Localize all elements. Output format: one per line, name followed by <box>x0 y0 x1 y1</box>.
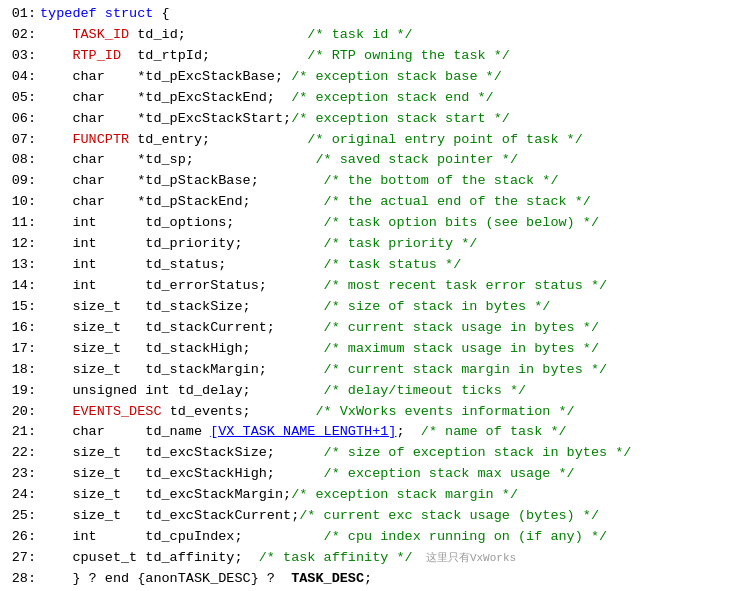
line-number: 28: <box>8 569 36 590</box>
comment: /* task id */ <box>307 27 412 42</box>
code-line: 05: char *td_pExcStackEnd; /* exception … <box>8 88 731 109</box>
line-content: int td_cpuIndex; /* cpu index running on… <box>40 527 607 548</box>
code-line: 07: FUNCPTR td_entry; /* original entry … <box>8 130 731 151</box>
code-line: 11: int td_options; /* task option bits … <box>8 213 731 234</box>
code-line: 19: unsigned int td_delay; /* delay/time… <box>8 381 731 402</box>
keyword: typedef struct <box>40 6 162 21</box>
comment: /* RTP owning the task */ <box>307 48 510 63</box>
comment: /* size of stack in bytes */ <box>324 299 551 314</box>
line-content: size_t td_stackCurrent; /* current stack… <box>40 318 599 339</box>
comment: /* exception stack start */ <box>291 111 510 126</box>
line-number: 26: <box>8 527 36 548</box>
line-content: char td_name [VX_TASK_NAME_LENGTH+1]; /*… <box>40 422 567 443</box>
comment: /* most recent task error status */ <box>324 278 608 293</box>
line-content: size_t td_excStackHigh; /* exception sta… <box>40 464 575 485</box>
code-text: int td_priority; <box>40 236 324 251</box>
comment: /* current stack usage in bytes */ <box>324 320 599 335</box>
comment: /* cpu index running on (if any) */ <box>324 529 608 544</box>
comment: /* original entry point of task */ <box>307 132 582 147</box>
code-line: 25: size_t td_excStackCurrent;/* current… <box>8 506 731 527</box>
code-text: { <box>162 6 170 21</box>
code-text: ; <box>396 424 420 439</box>
line-number: 22: <box>8 443 36 464</box>
line-content: char *td_pStackEnd; /* the actual end of… <box>40 192 591 213</box>
line-number: 13: <box>8 255 36 276</box>
comment: /* the actual end of the stack */ <box>324 194 591 209</box>
code-text: int td_cpuIndex; <box>40 529 324 544</box>
code-line: 09: char *td_pStackBase; /* the bottom o… <box>8 171 731 192</box>
code-text: size_t td_stackHigh; <box>40 341 324 356</box>
code-line: 01:typedef struct { <box>8 4 731 25</box>
watermark-text: 这里只有VxWorks <box>413 552 516 564</box>
line-number: 02: <box>8 25 36 46</box>
line-number: 01: <box>8 4 36 25</box>
line-number: 10: <box>8 192 36 213</box>
code-text: char *td_pExcStackStart; <box>40 111 291 126</box>
line-content: cpuset_t td_affinity; /* task affinity *… <box>40 548 516 569</box>
code-text: size_t td_stackMargin; <box>40 362 324 377</box>
line-content: TASK_ID td_id; /* task id */ <box>40 25 413 46</box>
line-number: 20: <box>8 402 36 423</box>
code-line: 08: char *td_sp; /* saved stack pointer … <box>8 150 731 171</box>
struct-name-bold: TASK_DESC <box>291 571 364 586</box>
line-number: 12: <box>8 234 36 255</box>
code-text: int td_status; <box>40 257 324 272</box>
comment: /* exception stack max usage */ <box>324 466 575 481</box>
code-line: 26: int td_cpuIndex; /* cpu index runnin… <box>8 527 731 548</box>
code-line: 24: size_t td_excStackMargin;/* exceptio… <box>8 485 731 506</box>
code-line: 12: int td_priority; /* task priority */ <box>8 234 731 255</box>
code-line: 28: } ? end {anonTASK_DESC} ? TASK_DESC; <box>8 569 731 590</box>
code-line: 15: size_t td_stackSize; /* size of stac… <box>8 297 731 318</box>
code-line: 16: size_t td_stackCurrent; /* current s… <box>8 318 731 339</box>
code-line: 04: char *td_pExcStackBase; /* exception… <box>8 67 731 88</box>
code-line: 21: char td_name [VX_TASK_NAME_LENGTH+1]… <box>8 422 731 443</box>
line-content: size_t td_stackMargin; /* current stack … <box>40 360 607 381</box>
comment: /* task affinity */ <box>259 550 413 565</box>
line-number: 14: <box>8 276 36 297</box>
code-line: 02: TASK_ID td_id; /* task id */ <box>8 25 731 46</box>
code-block: 01:typedef struct {02: TASK_ID td_id; /*… <box>0 0 739 591</box>
comment: /* name of task */ <box>421 424 567 439</box>
macro-name: [VX_TASK_NAME_LENGTH+1] <box>210 424 396 439</box>
code-text: size_t td_stackSize; <box>40 299 324 314</box>
line-number: 04: <box>8 67 36 88</box>
line-content: int td_errorStatus; /* most recent task … <box>40 276 607 297</box>
line-number: 23: <box>8 464 36 485</box>
code-text: td_entry; <box>129 132 307 147</box>
line-number: 08: <box>8 150 36 171</box>
line-content: size_t td_stackHigh; /* maximum stack us… <box>40 339 599 360</box>
code-text: char td_name <box>40 424 210 439</box>
line-content: int td_options; /* task option bits (see… <box>40 213 599 234</box>
comment: /* saved stack pointer */ <box>315 152 518 167</box>
code-line: 18: size_t td_stackMargin; /* current st… <box>8 360 731 381</box>
code-line: 10: char *td_pStackEnd; /* the actual en… <box>8 192 731 213</box>
line-number: 05: <box>8 88 36 109</box>
line-content: char *td_pExcStackStart;/* exception sta… <box>40 109 510 130</box>
code-text: char *td_pStackEnd; <box>40 194 324 209</box>
line-content: size_t td_excStackMargin;/* exception st… <box>40 485 518 506</box>
comment: /* exception stack base */ <box>291 69 502 84</box>
type-name: TASK_ID <box>40 27 129 42</box>
line-content: size_t td_excStackCurrent;/* current exc… <box>40 506 599 527</box>
code-text: char *td_pStackBase; <box>40 173 324 188</box>
code-text: char *td_pExcStackBase; <box>40 69 291 84</box>
code-line: 14: int td_errorStatus; /* most recent t… <box>8 276 731 297</box>
code-text: } ? end {anonTASK_DESC} ? <box>40 571 291 586</box>
comment: /* the bottom of the stack */ <box>324 173 559 188</box>
line-content: } ? end {anonTASK_DESC} ? TASK_DESC; <box>40 569 372 590</box>
code-text: cpuset_t td_affinity; <box>40 550 259 565</box>
comment: /* exception stack end */ <box>291 90 494 105</box>
comment: /* task option bits (see below) */ <box>324 215 599 230</box>
line-content: size_t td_stackSize; /* size of stack in… <box>40 297 550 318</box>
code-text: size_t td_excStackMargin; <box>40 487 291 502</box>
line-content: int td_status; /* task status */ <box>40 255 461 276</box>
comment: /* size of exception stack in bytes */ <box>324 445 632 460</box>
code-text: td_id; <box>129 27 307 42</box>
line-number: 19: <box>8 381 36 402</box>
line-content: RTP_ID td_rtpId; /* RTP owning the task … <box>40 46 510 67</box>
code-text: size_t td_excStackCurrent; <box>40 508 299 523</box>
line-number: 09: <box>8 171 36 192</box>
comment: /* task priority */ <box>324 236 478 251</box>
code-text: int td_errorStatus; <box>40 278 324 293</box>
line-content: char *td_pExcStackBase; /* exception sta… <box>40 67 502 88</box>
